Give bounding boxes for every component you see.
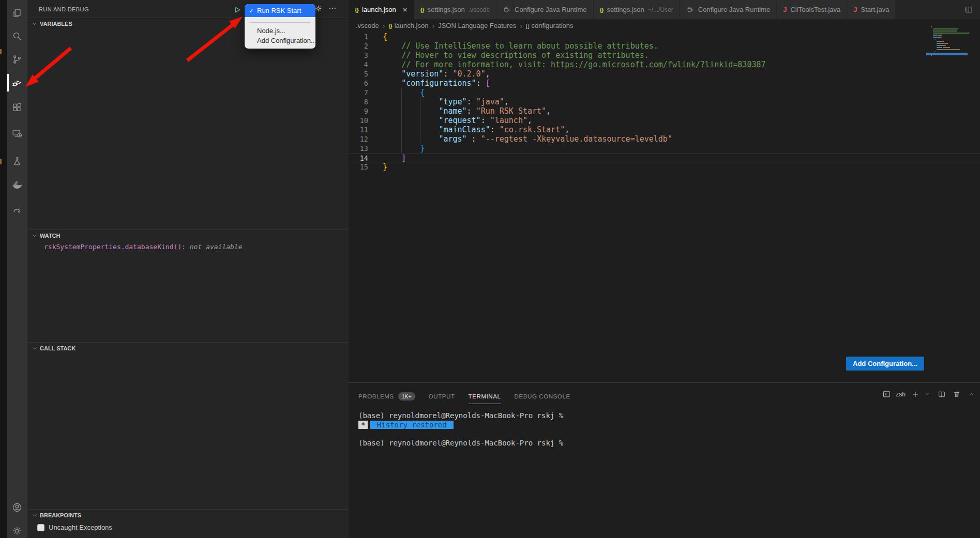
terminal-output[interactable]: (base) reynoldmorel@Reynolds-MacBook-Pro… (358, 411, 563, 448)
edge-marker (0, 49, 2, 54)
line-number: 10 (349, 116, 371, 125)
breadcrumb-separator: › (383, 22, 385, 30)
menu-item[interactable]: Node.js... (245, 26, 315, 36)
bottom-panel: PROBLEMS1K+OUTPUTTERMINALDEBUG CONSOLE z… (349, 382, 980, 538)
panel-tab[interactable]: PROBLEMS1K+ (358, 391, 415, 402)
array-icon: [ ] (526, 23, 529, 29)
line-number: 6 (349, 79, 371, 88)
breadcrumb-item[interactable]: {}launch.json (388, 22, 428, 29)
close-icon[interactable]: × (403, 5, 408, 14)
editor-tab[interactable]: Configure Java Runtime (496, 0, 593, 19)
code-line: 10 "request": "launch", (349, 116, 980, 125)
terminal-line (358, 429, 563, 439)
activity-item-extensions[interactable] (7, 96, 27, 119)
line-number: 8 (349, 97, 371, 106)
new-terminal-icon[interactable] (911, 390, 919, 398)
activity-item-docker[interactable] (7, 174, 27, 196)
code-view[interactable]: 1{2 // Use IntelliSense to learn about p… (349, 32, 980, 172)
activity-item-testing[interactable] (7, 150, 27, 173)
breadcrumb-item[interactable]: JSON Language Features (438, 22, 516, 29)
json-icon: {} (388, 23, 391, 29)
more-actions-icon[interactable]: ⋯ (328, 4, 337, 13)
panel-tab-bar: PROBLEMS1K+OUTPUTTERMINALDEBUG CONSOLE (358, 391, 570, 402)
editor-tab[interactable]: {}launch.json× (349, 0, 414, 19)
activity-item-source-control[interactable] (7, 48, 27, 71)
code-line: 5 "version": "0.2.0", (349, 69, 980, 79)
menu-item[interactable]: Add Configuration... (245, 36, 315, 45)
editor-tab[interactable]: JStart.java (847, 0, 896, 19)
terminal-line: * History restored (358, 421, 563, 430)
menu-item[interactable]: ✓Run RSK Start (245, 4, 315, 17)
problems-badge: 1K+ (398, 392, 415, 401)
split-editor-icon[interactable] (957, 0, 980, 19)
start-debugging-play-icon[interactable] (233, 6, 242, 14)
activity-item-manage[interactable] (7, 519, 27, 538)
terminal-launch-icon[interactable] (882, 390, 891, 398)
terminal-profile-chevron-icon[interactable] (924, 391, 931, 397)
watch-expression[interactable]: rskSystemProperties.databaseKind(): not … (44, 243, 243, 251)
chevron-down-icon (31, 20, 38, 27)
uncaught-exceptions-checkbox[interactable] (37, 524, 44, 531)
beaker-icon (11, 156, 23, 167)
code-line: 9 "name": "Run RSK Start", (349, 106, 980, 116)
run-and-debug-sidebar: RUN AND DEBUG ⋯ VARIABLES WATCH rskSyste… (27, 0, 349, 538)
activity-item-search[interactable] (7, 25, 27, 48)
screen-edge-strip (0, 0, 7, 538)
activity-item-explorer[interactable] (7, 2, 27, 24)
activity-item-run-and-debug[interactable] (7, 71, 27, 94)
activity-item-gradle[interactable] (7, 198, 27, 221)
kill-terminal-icon[interactable] (953, 390, 961, 398)
section-header-breakpoints[interactable]: BREAKPOINTS (27, 509, 349, 520)
history-restored-text: History restored (370, 421, 454, 429)
editor-tab[interactable]: Configure Java Runtime (680, 0, 777, 19)
breadcrumb-item[interactable]: .vscode (356, 22, 379, 29)
activity-item-remote-explorer[interactable] (7, 122, 27, 145)
editor-tab[interactable]: {}settings.json~/.../User (594, 0, 680, 19)
activity-item-accounts[interactable] (7, 496, 27, 519)
tab-bar-filler (896, 0, 957, 19)
minimap[interactable] (931, 26, 963, 57)
editor-tab[interactable]: {}settings.json.vscode (414, 0, 497, 19)
section-header-watch[interactable]: WATCH (27, 229, 349, 241)
java-runtime-cup-icon (686, 6, 695, 14)
sidebar-title: RUN AND DEBUG (39, 6, 89, 12)
watch-value: not available (190, 243, 243, 251)
split-terminal-icon[interactable] (938, 390, 946, 398)
editor-tab[interactable]: JCliToolsTest.java (777, 0, 847, 19)
chevron-down-icon (31, 512, 38, 519)
json-icon: {} (420, 7, 424, 13)
gradle-icon (11, 204, 23, 216)
line-number: 7 (349, 88, 371, 97)
section-header-call-stack[interactable]: CALL STACK (27, 342, 349, 353)
code-line: 1{ (349, 32, 980, 41)
panel-tab[interactable]: TERMINAL (469, 391, 501, 402)
terminal-line: (base) reynoldmorel@Reynolds-MacBook-Pro… (358, 411, 563, 421)
line-number: 14 (349, 153, 371, 162)
code-line: 15} (349, 162, 980, 172)
gear-icon (11, 525, 23, 536)
terminal-line: (base) reynoldmorel@Reynolds-MacBook-Pro… (358, 439, 563, 448)
shell-label: zsh (896, 391, 906, 398)
panel-tab[interactable]: OUTPUT (429, 391, 455, 402)
code-line: 6 "configurations": [ (349, 79, 980, 88)
menu-separator (249, 22, 311, 23)
line-number: 13 (349, 144, 371, 153)
code-line: 12 "args" : "--regtest -Xkeyvalue.dataso… (349, 134, 980, 144)
debug-icon (11, 77, 23, 88)
comment-link[interactable]: https://go.microsoft.com/fwlink/?linkid=… (551, 60, 765, 69)
panel-tab[interactable]: DEBUG CONSOLE (515, 391, 570, 402)
docker-icon (11, 179, 23, 191)
editor-area: {}launch.json×{}settings.json.vscodeConf… (349, 0, 980, 382)
java-file-icon: J (853, 6, 857, 13)
breadcrumb-item[interactable]: [ ]configurations (526, 22, 574, 29)
line-number: 1 (349, 32, 371, 41)
history-marker: * (358, 421, 368, 429)
activity-bar (7, 0, 27, 538)
line-number: 15 (349, 162, 371, 172)
edge-marker (0, 159, 2, 164)
maximize-panel-icon[interactable] (968, 391, 975, 398)
code-line: 11 "mainClass": "co.rsk.Start", (349, 125, 980, 134)
breadcrumb-separator: › (520, 22, 522, 30)
add-configuration-button[interactable]: Add Configuration... (846, 357, 924, 371)
indent-guide (401, 88, 402, 153)
